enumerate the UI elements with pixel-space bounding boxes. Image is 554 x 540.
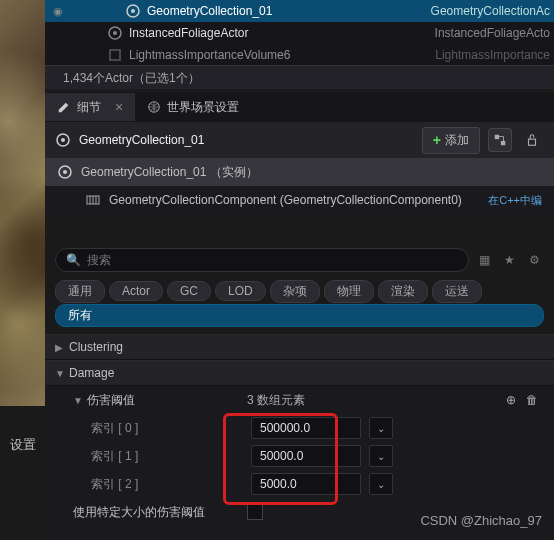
pencil-icon: [57, 100, 71, 114]
outliner-item-type: LightmassImportance: [435, 48, 554, 62]
settings-gear-icon[interactable]: ⚙: [525, 253, 544, 267]
close-icon[interactable]: ×: [115, 99, 123, 115]
array-item-row: 索引 [ 2 ] ⌄: [45, 470, 554, 498]
visibility-icon[interactable]: ◉: [53, 5, 71, 18]
outliner-item-type: GeometryCollectionAc: [431, 4, 554, 18]
size-specific-checkbox[interactable]: [247, 504, 263, 520]
outliner-row[interactable]: InstancedFoliageActor InstancedFoliageAc…: [45, 22, 554, 44]
svg-rect-8: [495, 135, 499, 139]
search-icon: 🔍: [66, 253, 81, 267]
tab-label: 细节: [77, 99, 101, 116]
filter-lod[interactable]: LOD: [215, 281, 266, 301]
details-search-input[interactable]: 🔍: [55, 248, 469, 272]
threshold-value-input[interactable]: [251, 417, 361, 439]
filter-stream[interactable]: 运送: [432, 280, 482, 303]
settings-side-tab[interactable]: 设置: [0, 430, 46, 460]
world-outliner: ◉ GeometryCollection_01 GeometryCollecti…: [45, 0, 554, 65]
outliner-row[interactable]: LightmassImportanceVolume6 LightmassImpo…: [45, 44, 554, 65]
search-field[interactable]: [87, 253, 458, 267]
outliner-item-label: LightmassImportanceVolume6: [129, 48, 435, 62]
filter-all[interactable]: 所有: [55, 304, 544, 327]
globe-icon: [147, 100, 161, 114]
outliner-footer: 1,434个Actor（已选1个）: [45, 65, 554, 89]
plus-icon: +: [433, 132, 441, 148]
svg-point-7: [61, 138, 65, 142]
svg-point-3: [113, 31, 117, 35]
filter-row: 通用 Actor GC LOD 杂项 物理 渲染 运送: [45, 278, 554, 304]
expand-arrow-icon: ▶: [55, 342, 69, 353]
details-header: GeometryCollection_01 + 添加: [45, 122, 554, 158]
lock-icon-button[interactable]: [520, 128, 544, 152]
filter-actor[interactable]: Actor: [109, 281, 163, 301]
component-child-row[interactable]: GeometryCollectionComponent (GeometryCol…: [45, 186, 554, 214]
blueprint-icon-button[interactable]: [488, 128, 512, 152]
chevron-down-icon[interactable]: ⌄: [369, 445, 393, 467]
outliner-item-label: InstancedFoliageActor: [129, 26, 435, 40]
grid-view-icon[interactable]: ▦: [475, 253, 494, 267]
filter-misc[interactable]: 杂项: [270, 280, 320, 303]
details-search-row: 🔍 ▦ ★ ⚙: [45, 245, 554, 275]
component-tree: GeometryCollection_01 （实例） GeometryColle…: [45, 158, 554, 214]
damage-threshold-row[interactable]: ▼ 伤害阈值 3 数组元素 ⊕ 🗑: [45, 386, 554, 414]
favorite-icon[interactable]: ★: [500, 253, 519, 267]
chevron-down-icon[interactable]: ⌄: [369, 473, 393, 495]
component-root-row[interactable]: GeometryCollection_01 （实例）: [45, 158, 554, 186]
add-element-icon[interactable]: ⊕: [506, 393, 516, 407]
threshold-value-input[interactable]: [251, 445, 361, 467]
category-damage[interactable]: ▼ Damage: [45, 360, 554, 386]
array-item-row: 索引 [ 1 ] ⌄: [45, 442, 554, 470]
filter-general[interactable]: 通用: [55, 280, 105, 303]
tab-details[interactable]: 细节 ×: [45, 93, 135, 121]
tab-label: 世界场景设置: [167, 99, 239, 116]
category-clustering[interactable]: ▶ Clustering: [45, 334, 554, 360]
collapse-arrow-icon: ▼: [73, 395, 87, 406]
filter-gc[interactable]: GC: [167, 281, 211, 301]
svg-point-12: [63, 170, 67, 174]
array-element-count: 3 数组元素: [247, 392, 498, 409]
outliner-item-type: InstancedFoliageActo: [435, 26, 554, 40]
component-icon: [85, 192, 101, 208]
svg-rect-4: [110, 50, 120, 60]
edit-cpp-link[interactable]: 在C++中编: [488, 193, 542, 208]
clear-array-icon[interactable]: 🗑: [526, 393, 538, 407]
outliner-row[interactable]: ◉ GeometryCollection_01 GeometryCollecti…: [45, 0, 554, 22]
gc-actor-icon: [57, 164, 73, 180]
threshold-value-input[interactable]: [251, 473, 361, 495]
selected-actor-title: GeometryCollection_01: [55, 132, 414, 148]
outliner-item-label: GeometryCollection_01: [147, 4, 431, 18]
tab-world-settings[interactable]: 世界场景设置: [135, 93, 251, 121]
foliage-actor-icon: [105, 23, 125, 43]
filter-render[interactable]: 渲染: [378, 280, 428, 303]
array-item-row: 索引 [ 0 ] ⌄: [45, 414, 554, 442]
size-specific-threshold-row: 使用特定大小的伤害阈值: [45, 498, 554, 526]
svg-rect-9: [501, 141, 505, 145]
panel-tabs: 细节 × 世界场景设置: [45, 92, 554, 122]
gc-actor-icon: [123, 1, 143, 21]
property-list: ▶ Clustering ▼ Damage ▼ 伤害阈值 3 数组元素 ⊕ 🗑 …: [45, 334, 554, 540]
add-component-button[interactable]: + 添加: [422, 127, 480, 154]
filter-physics[interactable]: 物理: [324, 280, 374, 303]
gc-actor-icon: [55, 132, 71, 148]
collapse-arrow-icon: ▼: [55, 368, 69, 379]
volume-actor-icon: [105, 45, 125, 65]
svg-point-1: [131, 9, 135, 13]
viewport-preview: [0, 0, 45, 406]
svg-rect-10: [529, 139, 536, 145]
chevron-down-icon[interactable]: ⌄: [369, 417, 393, 439]
